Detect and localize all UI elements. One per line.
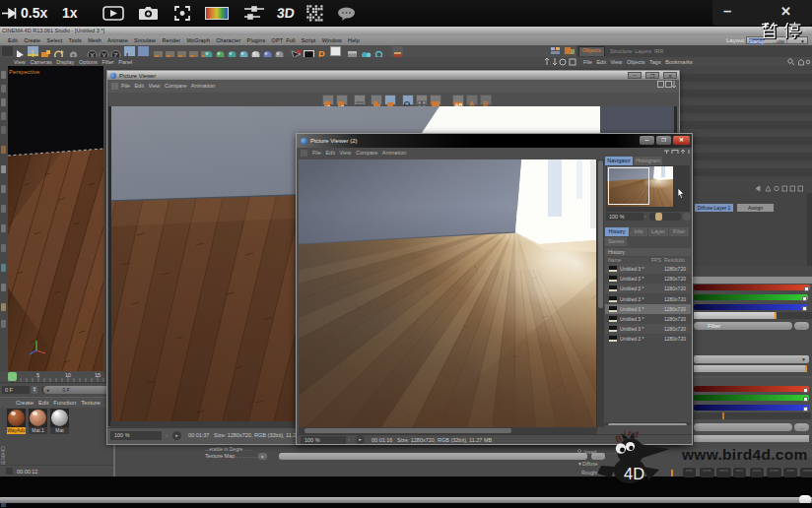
svg-text:15: 15 [95,372,101,378]
svg-text:5: 5 [36,372,39,378]
svg-text:10: 10 [65,372,71,378]
